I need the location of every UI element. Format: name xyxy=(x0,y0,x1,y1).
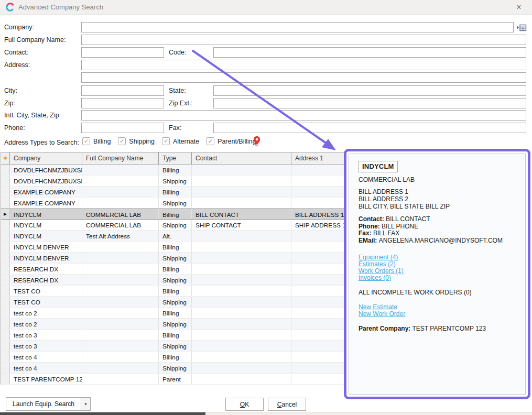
checkbox-check-icon[interactable]: ✓ xyxy=(162,137,170,145)
checkbox-check-icon[interactable]: ✓ xyxy=(207,137,214,145)
company-lookup-icon[interactable] xyxy=(515,22,528,33)
company-input[interactable] xyxy=(81,22,514,32)
intl-city-state-zip-input[interactable] xyxy=(81,110,526,121)
cell-full-name[interactable] xyxy=(82,341,159,351)
cell-full-name[interactable] xyxy=(82,374,159,384)
cell-full-name[interactable] xyxy=(82,330,159,340)
cell-contact[interactable] xyxy=(192,330,291,340)
address-line1-input[interactable] xyxy=(81,60,526,70)
cell-type[interactable]: Billing xyxy=(159,264,192,274)
cell-type[interactable]: Billing xyxy=(159,352,192,362)
cell-company[interactable]: INDYCLM DENVER xyxy=(10,242,82,252)
cell-full-name[interactable] xyxy=(82,198,159,208)
cell-type[interactable]: Shipping xyxy=(159,275,192,285)
address-line2-input[interactable] xyxy=(81,72,526,83)
cell-full-name[interactable] xyxy=(82,286,159,296)
zip-input[interactable] xyxy=(81,98,164,108)
cell-contact[interactable] xyxy=(192,176,291,186)
cell-company[interactable]: RESEARCH DX xyxy=(10,275,82,285)
cell-full-name[interactable]: Test Alt Address xyxy=(82,231,159,241)
cell-company[interactable]: EXAMPLE COMPANY xyxy=(10,187,82,197)
city-input[interactable] xyxy=(81,85,164,96)
cell-contact[interactable] xyxy=(192,231,291,241)
cell-contact[interactable] xyxy=(192,374,291,384)
cell-company[interactable]: test co 4 xyxy=(10,363,82,373)
full-company-name-input[interactable] xyxy=(81,35,526,45)
column-header-full-company-name[interactable]: Full Company Name xyxy=(82,152,159,164)
cell-full-name[interactable] xyxy=(82,275,159,285)
cell-company[interactable]: DOVDLFHCNMZJBUXSLFC( xyxy=(10,165,82,175)
cell-type[interactable]: Shipping xyxy=(159,253,192,263)
cell-contact[interactable] xyxy=(192,363,291,373)
cell-type[interactable]: Alt. xyxy=(159,231,192,241)
cell-type[interactable]: Billing xyxy=(159,308,192,318)
cell-contact[interactable] xyxy=(192,242,291,252)
cell-full-name[interactable] xyxy=(82,319,159,329)
cell-contact[interactable] xyxy=(192,165,291,175)
cell-contact[interactable] xyxy=(192,308,291,318)
fax-input[interactable] xyxy=(213,123,526,133)
detail-link-new-work-order[interactable]: New Work Order xyxy=(359,311,516,318)
cell-type[interactable]: Shipping xyxy=(159,176,192,186)
cell-company[interactable]: EXAMPLE COMPANY xyxy=(10,198,82,208)
location-pin-icon[interactable] xyxy=(253,136,262,147)
cell-full-name[interactable]: COMMERCIAL LAB xyxy=(82,209,159,219)
checkbox-parent-billing[interactable]: ✓Parent/Billing xyxy=(207,137,256,145)
close-icon[interactable]: × xyxy=(513,2,525,13)
cell-type[interactable]: Billing xyxy=(159,286,192,296)
launch-equip-search-button[interactable]: Launch Equip. Search xyxy=(6,397,81,411)
checkbox-billing[interactable]: ✓Billing xyxy=(82,137,111,145)
cell-full-name[interactable] xyxy=(82,187,159,197)
column-header-company[interactable]: Company xyxy=(10,152,82,164)
cell-contact[interactable] xyxy=(192,352,291,362)
cell-company[interactable]: test co 3 xyxy=(10,341,82,351)
column-header-contact[interactable]: Contact xyxy=(192,152,291,164)
cell-full-name[interactable] xyxy=(82,363,159,373)
cell-contact[interactable] xyxy=(192,319,291,329)
cell-type[interactable]: Shipping xyxy=(159,319,192,329)
cell-company[interactable]: test co 3 xyxy=(10,330,82,340)
detail-link-invoices-0[interactable]: Invoices (0) xyxy=(359,275,516,281)
checkbox-shipping[interactable]: ✓Shipping xyxy=(118,137,155,145)
cell-type[interactable]: Shipping xyxy=(159,341,192,351)
checkbox-check-icon[interactable]: ✓ xyxy=(82,137,90,145)
cell-full-name[interactable] xyxy=(82,352,159,362)
cell-company[interactable]: DOVDLFHCNMZJBUXSLFC( xyxy=(10,176,82,186)
ok-button[interactable]: OK xyxy=(225,398,264,411)
cell-contact[interactable] xyxy=(192,341,291,351)
cell-full-name[interactable] xyxy=(82,253,159,263)
cancel-button[interactable]: Cancel xyxy=(268,398,306,411)
contact-input[interactable] xyxy=(81,47,164,58)
cell-full-name[interactable] xyxy=(82,264,159,274)
cell-company[interactable]: test co 4 xyxy=(10,352,82,362)
cell-full-name[interactable] xyxy=(82,297,159,307)
cell-contact[interactable] xyxy=(192,297,291,307)
cell-full-name[interactable] xyxy=(82,308,159,318)
cell-contact[interactable] xyxy=(192,253,291,263)
cell-contact[interactable] xyxy=(192,187,291,197)
cell-company[interactable]: INDYCLM xyxy=(10,209,82,219)
code-input[interactable] xyxy=(213,47,526,58)
cell-type[interactable]: Parent xyxy=(159,374,192,384)
cell-type[interactable]: Shipping xyxy=(159,297,192,307)
cell-type[interactable]: Shipping xyxy=(159,363,192,373)
checkbox-alternate[interactable]: ✓Alternate xyxy=(162,137,199,145)
cell-company[interactable]: test co 2 xyxy=(10,319,82,329)
phone-input[interactable] xyxy=(81,123,164,133)
launch-equip-search-dropdown[interactable]: ▾ xyxy=(81,397,91,411)
zip-ext-input[interactable] xyxy=(213,98,526,108)
cell-contact[interactable] xyxy=(192,275,291,285)
state-input[interactable] xyxy=(213,85,526,96)
cell-full-name[interactable] xyxy=(82,242,159,252)
checkbox-check-icon[interactable]: ✓ xyxy=(118,137,126,145)
cell-contact[interactable] xyxy=(192,198,291,208)
cell-full-name[interactable] xyxy=(82,176,159,186)
cell-type[interactable]: Billing xyxy=(159,242,192,252)
cell-type[interactable]: Billing xyxy=(159,330,192,340)
cell-company[interactable]: TEST CO xyxy=(10,286,82,296)
cell-company[interactable]: TEST CO xyxy=(10,297,82,307)
cell-type[interactable]: Billing xyxy=(159,187,192,197)
cell-company[interactable]: INDYCLM xyxy=(10,220,82,230)
cell-contact[interactable] xyxy=(192,264,291,274)
cell-company[interactable]: TEST PARENTCOMP 123 xyxy=(10,374,82,384)
